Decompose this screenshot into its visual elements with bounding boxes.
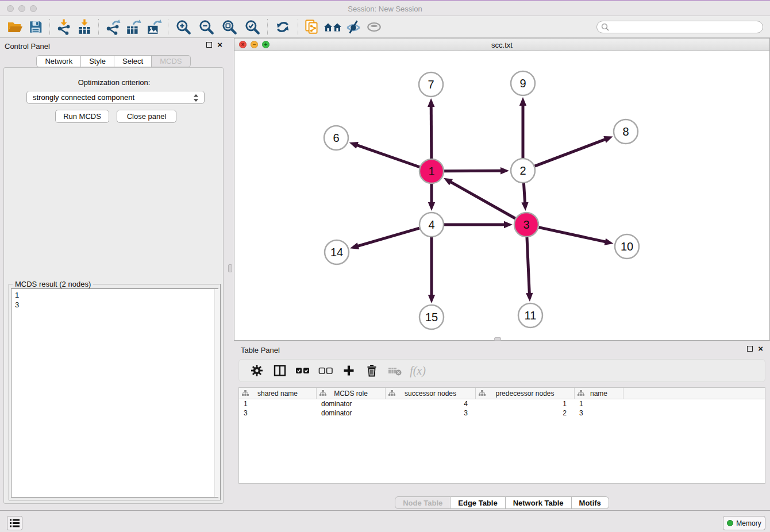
export-image-icon[interactable] — [144, 18, 164, 36]
search-input[interactable] — [596, 21, 763, 33]
tab-select[interactable]: Select — [114, 55, 152, 67]
zoom-in-icon[interactable] — [172, 18, 195, 36]
task-history-button[interactable] — [7, 516, 22, 530]
column-label: shared name — [257, 390, 298, 398]
save-session-icon[interactable] — [25, 18, 46, 36]
graph-edge-1-7[interactable] — [431, 106, 432, 159]
graph-edge-arrowhead — [428, 295, 435, 303]
hierarchy-icon — [479, 390, 486, 398]
table-cell[interactable]: 3 — [239, 408, 317, 418]
close-panel-button[interactable]: Close panel — [117, 110, 176, 123]
close-panel-icon[interactable]: × — [217, 42, 222, 48]
tab-network[interactable]: Network — [36, 55, 81, 67]
graph-edge-arrowhead — [428, 202, 435, 211]
function-builder-icon[interactable]: f(x) — [410, 363, 425, 378]
horizontal-divider-grip[interactable] — [494, 337, 501, 341]
control-panel-header: Control Panel × — [0, 38, 227, 54]
select-stepper-icon — [191, 93, 201, 105]
graph-edge-4-14[interactable] — [357, 228, 419, 246]
select-all-icon[interactable] — [295, 363, 310, 378]
clone-network-icon[interactable] — [302, 18, 322, 36]
graph-edge-3-11[interactable] — [527, 237, 529, 294]
graph-node-label: 3 — [523, 218, 529, 231]
column-header-MCDS-role[interactable]: MCDS role — [317, 388, 386, 399]
graph-edge-1-2[interactable] — [444, 171, 502, 171]
mcds-result-textarea[interactable]: 1 3 — [11, 288, 218, 498]
tab-motifs[interactable]: Motifs — [572, 496, 609, 509]
memory-button[interactable]: Memory — [723, 516, 765, 530]
list-icon — [10, 519, 20, 527]
export-network-icon[interactable] — [102, 18, 123, 36]
table-cell[interactable]: 2 — [476, 408, 575, 418]
zoom-fit-icon[interactable] — [218, 18, 241, 36]
show-details-icon[interactable] — [364, 18, 384, 36]
table-cell[interactable]: 4 — [386, 399, 476, 408]
graph-edge-3-10[interactable] — [538, 228, 606, 242]
control-panel: Control Panel × Network Style Select MCD… — [0, 38, 227, 507]
zoom-out-icon[interactable] — [195, 18, 218, 36]
graph-node-label: 4 — [428, 218, 434, 231]
table-cell[interactable]: 3 — [575, 408, 623, 418]
mcds-panel: Optimization criterion: strongly connect… — [3, 67, 224, 504]
unselect-all-icon[interactable] — [318, 363, 333, 378]
table-row[interactable]: 1dominator411 — [239, 399, 765, 408]
hide-details-icon[interactable] — [343, 18, 364, 36]
vertical-divider[interactable] — [227, 38, 234, 507]
tab-network-table[interactable]: Network Table — [506, 496, 572, 509]
graph-edge-3-1[interactable] — [450, 182, 515, 218]
column-header-predecessor-nodes[interactable]: predecessor nodes — [476, 388, 575, 399]
graph-edge-arrowhead — [603, 136, 613, 143]
import-table-icon[interactable] — [74, 18, 95, 36]
zoom-selected-icon[interactable] — [241, 18, 264, 36]
divider-grip[interactable] — [228, 264, 232, 272]
add-column-icon[interactable] — [341, 363, 356, 378]
column-label: successor nodes — [405, 390, 456, 398]
column-header-name[interactable]: name — [575, 388, 623, 399]
window-title: Session: New Session — [0, 5, 770, 13]
float-panel-icon[interactable] — [206, 42, 212, 48]
column-label: predecessor nodes — [495, 390, 554, 398]
hierarchy-icon — [319, 390, 326, 398]
import-network-icon[interactable] — [53, 18, 74, 36]
table-cell[interactable]: 1 — [476, 399, 575, 408]
table-cell[interactable]: 1 — [575, 399, 623, 408]
graph-edge-2-8[interactable] — [535, 139, 606, 166]
column-label: name — [590, 390, 607, 398]
graph-node-label: 1 — [428, 165, 434, 178]
graph-edge-1-6[interactable] — [356, 145, 419, 167]
tab-style[interactable]: Style — [81, 55, 114, 67]
export-table-icon[interactable] — [123, 18, 144, 36]
toolbar-separator — [49, 19, 50, 35]
column-label: MCDS role — [334, 390, 368, 398]
graph-node-label: 14 — [330, 246, 343, 259]
graph-edge-2-3[interactable] — [523, 183, 525, 203]
network-window-titlebar: × – + scc.txt — [234, 38, 769, 51]
tab-edge-table[interactable]: Edge Table — [451, 496, 505, 509]
float-table-panel-icon[interactable] — [747, 346, 753, 352]
close-table-panel-icon[interactable]: × — [758, 346, 763, 352]
tab-node-table[interactable]: Node Table — [395, 496, 451, 509]
column-header-shared-name[interactable]: shared name — [239, 388, 317, 399]
column-header-successor-nodes[interactable]: successor nodes — [386, 388, 476, 399]
network-graph[interactable]: 1234678910111415 — [234, 51, 769, 341]
delete-table-icon[interactable] — [387, 363, 402, 378]
table-cell[interactable]: 1 — [239, 399, 317, 408]
result-scrollbar[interactable] — [214, 289, 220, 497]
node-table: shared nameMCDS rolesuccessor nodesprede… — [238, 387, 765, 484]
run-mcds-button[interactable]: Run MCDS — [55, 110, 109, 123]
split-panel-icon[interactable] — [272, 363, 287, 378]
table-cell[interactable]: dominator — [317, 399, 386, 408]
table-cell[interactable]: dominator — [317, 408, 386, 418]
mcds-result-title: MCDS result (2 nodes) — [13, 280, 93, 288]
settings-gear-icon[interactable] — [249, 363, 264, 378]
search-icon — [601, 23, 609, 31]
table-cell[interactable]: 3 — [386, 408, 476, 418]
memory-label: Memory — [736, 519, 761, 527]
delete-column-icon[interactable] — [364, 363, 379, 378]
tab-mcds[interactable]: MCDS — [152, 55, 190, 67]
open-session-icon[interactable] — [5, 18, 25, 36]
table-row[interactable]: 3dominator323 — [239, 408, 765, 418]
optimization-criterion-select[interactable]: strongly connected component — [26, 91, 205, 104]
refresh-icon[interactable] — [271, 18, 294, 36]
home-icon[interactable] — [322, 18, 343, 36]
